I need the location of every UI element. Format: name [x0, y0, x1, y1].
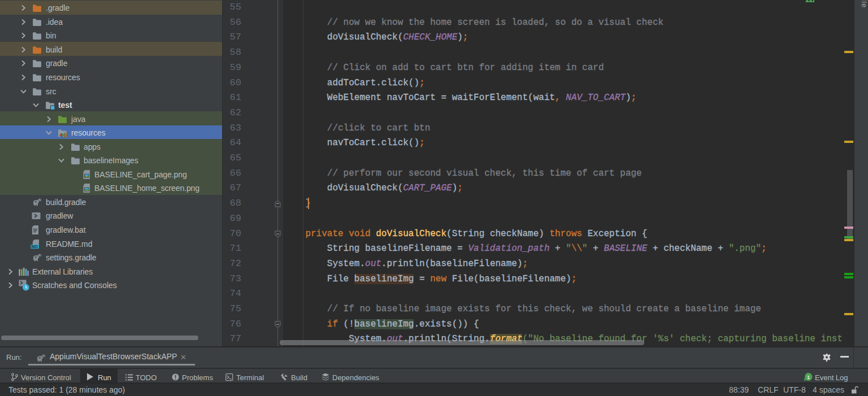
svg-text:1: 1	[807, 375, 810, 380]
svg-text:MD: MD	[32, 245, 38, 249]
